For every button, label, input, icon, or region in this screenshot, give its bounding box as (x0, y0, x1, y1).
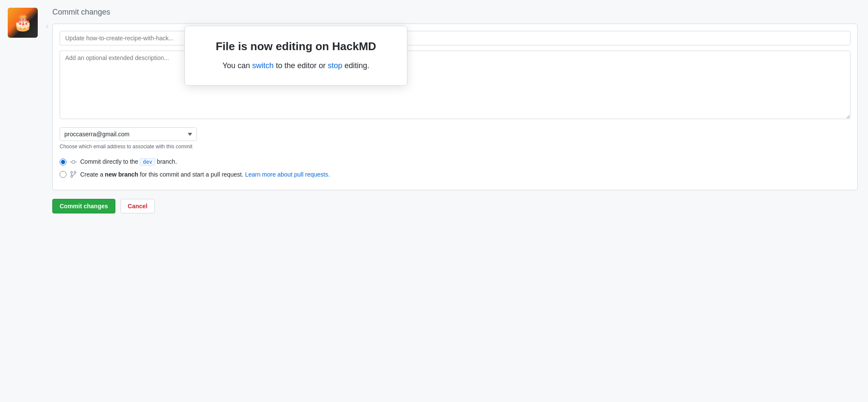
commit-summary-input[interactable] (60, 31, 850, 45)
git-branch-icon (70, 171, 77, 178)
pull-request-link[interactable]: Learn more about pull requests. (245, 171, 330, 178)
branch-option-new: Create a new branch for this commit and … (60, 171, 850, 178)
page-wrapper: ‹ Commit changes proccaserra@gmail.com C… (0, 0, 868, 402)
email-select[interactable]: proccaserra@gmail.com (60, 127, 197, 141)
svg-point-4 (74, 171, 76, 173)
section-title: Commit changes (52, 8, 858, 17)
hackmd-overlay: File is now editing on HackMD You can sw… (184, 26, 407, 86)
hackmd-title: File is now editing on HackMD (202, 40, 390, 53)
commit-form: proccaserra@gmail.com Choose which email… (52, 24, 858, 190)
branch-name-tag: dev (140, 158, 155, 166)
svg-point-0 (72, 161, 75, 164)
avatar-area (0, 0, 47, 402)
hackmd-switch-link[interactable]: switch (252, 61, 274, 70)
git-commit-icon (70, 159, 77, 165)
branch-option-direct: Commit directly to the dev branch. (60, 158, 850, 166)
commit-changes-button[interactable]: Commit changes (52, 199, 115, 213)
avatar-image (8, 8, 38, 38)
cancel-button[interactable]: Cancel (121, 199, 155, 213)
commit-description-textarea[interactable] (60, 51, 850, 119)
hackmd-stop-link[interactable]: stop (328, 61, 342, 70)
branch-radio-direct[interactable] (60, 159, 66, 165)
hackmd-subtitle: You can switch to the editor or stop edi… (202, 60, 390, 72)
email-section: proccaserra@gmail.com Choose which email… (60, 127, 850, 150)
main-content: Commit changes proccaserra@gmail.com Cho… (47, 0, 868, 402)
branch-new-label: Create a new branch for this commit and … (80, 171, 330, 178)
svg-point-3 (71, 171, 72, 173)
actions-bar: Commit changes Cancel (52, 199, 858, 213)
branch-radio-new[interactable] (60, 171, 66, 178)
avatar (8, 8, 38, 38)
svg-point-5 (71, 176, 72, 177)
branch-direct-label: Commit directly to the dev branch. (80, 158, 177, 166)
branch-options: Commit directly to the dev branch. (60, 158, 850, 178)
email-help-text: Choose which email address to associate … (60, 144, 850, 150)
